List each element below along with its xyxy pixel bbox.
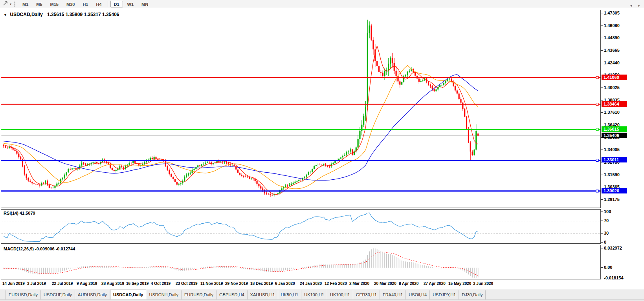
chart-tab-usoil-h4[interactable]: USOil,H4 (406, 290, 430, 299)
toolbar-separator (108, 1, 108, 7)
timeframe-button-m30[interactable]: M30 (63, 1, 78, 7)
price-chart-canvas[interactable] (1, 10, 600, 208)
chart-tab-usdcad-daily[interactable]: USDCAD,Daily (110, 290, 146, 300)
level-price-label: 1.33011 (602, 157, 627, 162)
rsi-label: RSI(14) 41.5079 (4, 211, 35, 215)
axis-tick-mark (601, 26, 603, 26)
axis-tick-mark (601, 150, 603, 150)
price-axis-tick: 70 (604, 218, 609, 223)
status-strip (0, 299, 644, 301)
rsi-canvas[interactable] (1, 210, 600, 243)
chart-tab-dj30-daily[interactable]: DJ30,Daily (459, 290, 486, 299)
price-axis[interactable]: 1.473051.460801.448901.436651.424401.412… (601, 10, 644, 280)
price-axis-tick: 1.37610 (604, 110, 620, 115)
axis-tick-mark (601, 38, 603, 38)
chart-tab-uk100-h1[interactable]: UK100,H1 (301, 290, 327, 299)
axis-tick-mark (601, 212, 603, 212)
ma-line-fast (4, 46, 478, 195)
price-axis-tick: 30 (604, 231, 609, 235)
date-axis-label: 4 Oct 2019 (151, 281, 171, 286)
price-axis-tick: 0 (604, 240, 606, 244)
timeframe-buttons: M1M5M15M30H1H4D1W1MN (18, 1, 152, 7)
rsi-line (4, 213, 478, 241)
tab-scroll-left-icon[interactable]: ◂ (630, 4, 632, 7)
chart-tab-hk50-h1[interactable]: HK50,H1 (278, 290, 302, 299)
timeframe-button-d1[interactable]: D1 (110, 1, 123, 7)
chart-tab-usdchf-daily[interactable]: USDCHF,Daily (41, 290, 75, 299)
level-line-anchor[interactable] (596, 103, 598, 106)
date-axis-label: 23 Oct 2019 (176, 281, 198, 286)
date-axis-label: 8 Apr 2020 (399, 281, 418, 286)
tab-scroll-buttons: ◂ ▸ (624, 4, 640, 7)
price-axis-tick: 1.34005 (604, 147, 620, 152)
chart-tab-uk100-h1[interactable]: UK100,H1 (327, 290, 353, 299)
toolbar-grip-handle[interactable] (14, 2, 16, 7)
cursor-tool-button[interactable] (2, 1, 9, 7)
macd-indicator-panel: MACD(12,26,9) -0.009006 -0.012744 (1, 245, 601, 279)
chart-ohlc-values: 1.35615 1.35809 1.35317 1.35406 (47, 12, 119, 17)
level-line-anchor[interactable] (596, 128, 598, 131)
price-axis-tick: 1.29175 (604, 197, 620, 202)
chart-tab-usdjpy-h1[interactable]: USDJPY,H1 (430, 290, 459, 299)
axis-tick-mark (601, 63, 603, 63)
date-axis-label: 20 Mar 2020 (374, 281, 396, 286)
axis-tick-mark (601, 248, 603, 248)
level-line-anchor[interactable] (596, 190, 598, 192)
chart-tab-eurusd-daily[interactable]: EURUSD,Daily (6, 290, 41, 299)
chart-tab-gbpusd-h4[interactable]: GBPUSD,H4 (217, 290, 248, 299)
price-axis-tick: -0.018154 (604, 275, 624, 280)
date-axis-label: 18 Dec 2019 (250, 281, 273, 286)
axis-tick-mark (601, 187, 603, 187)
tab-scroll-right-icon[interactable]: ▸ (638, 4, 640, 7)
ma-line-slow (4, 75, 478, 180)
chart-tab-eurusd-daily[interactable]: EURUSD,Daily (182, 290, 217, 299)
macd-canvas[interactable] (1, 245, 600, 279)
timeframe-button-m1[interactable]: M1 (19, 1, 32, 7)
date-axis-label: 9 Aug 2019 (77, 281, 97, 286)
timeframe-button-h4[interactable]: H4 (92, 1, 105, 7)
date-axis[interactable]: 14 Jun 20193 Jul 201922 Jul 20199 Aug 20… (1, 280, 601, 288)
axis-tick-mark (601, 50, 603, 51)
axis-tick-mark (601, 175, 603, 175)
tool-dropdown-caret[interactable]: ▾ (9, 2, 13, 6)
cursor-tool-icon (3, 0, 8, 7)
axis-tick-mark (601, 278, 603, 278)
timeframe-button-h1[interactable]: H1 (79, 1, 92, 7)
timeframe-button-w1[interactable]: W1 (124, 1, 138, 7)
date-axis-label: 12 Feb 2020 (325, 281, 347, 286)
macd-label: MACD(12,26,9) -0.009006 -0.012744 (4, 246, 75, 251)
date-axis-label: 29 Nov 2019 (225, 281, 248, 286)
timeframe-button-m15[interactable]: M15 (47, 1, 62, 7)
axis-tick-mark (601, 112, 603, 113)
chart-tab-ger30-h1[interactable]: GER30,H1 (353, 290, 380, 299)
price-axis-tick: 1.43665 (604, 48, 620, 53)
mt4-window: ▾ M1M5M15M30H1H4D1W1MN ▼ USDCAD,Daily 1.… (0, 0, 644, 301)
current-price-label: 1.35406 (602, 133, 627, 138)
chart-tab-audusd-daily[interactable]: AUDUSD,Daily (75, 290, 110, 299)
level-line-anchor[interactable] (596, 77, 598, 79)
axis-tick-mark (601, 88, 603, 88)
price-axis-tick: 1.47305 (604, 11, 620, 15)
date-axis-label: 16 Sep 2019 (126, 281, 149, 286)
price-axis-tick: 1.40025 (604, 85, 620, 90)
collapse-arrow-icon[interactable]: ▼ (4, 13, 7, 17)
axis-tick-mark (601, 199, 603, 200)
chart-tab-xauusd-h1[interactable]: XAUUSD,H1 (248, 290, 278, 299)
timeframe-button-m5[interactable]: M5 (33, 1, 46, 7)
level-price-label: 1.30020 (602, 188, 627, 193)
axis-tick-mark (601, 100, 603, 100)
price-axis-tick: 1.46080 (604, 23, 620, 28)
chart-title: ▼ USDCAD,Daily 1.35615 1.35809 1.35317 1… (4, 12, 119, 17)
axis-tick-mark (601, 13, 603, 13)
price-axis-tick: 100 (604, 209, 611, 214)
timeframe-button-mn[interactable]: MN (138, 1, 152, 7)
level-line-anchor[interactable] (596, 159, 598, 161)
chart-tab-fra40-h1[interactable]: FRA40,H1 (380, 290, 406, 299)
chart-tab-usdcnh-daily[interactable]: USDCNH,Daily (146, 290, 182, 299)
chart-tab-bar: EURUSD,DailyUSDCHF,DailyAUDUSD,DailyUSDC… (0, 289, 644, 299)
price-axis-tick: 1.31590 (604, 172, 620, 177)
chart-symbol-label: USDCAD,Daily (10, 12, 42, 17)
axis-tick-mark (601, 233, 603, 234)
level-price-label: 1.41060 (602, 75, 627, 80)
axis-tick-mark (601, 242, 603, 243)
